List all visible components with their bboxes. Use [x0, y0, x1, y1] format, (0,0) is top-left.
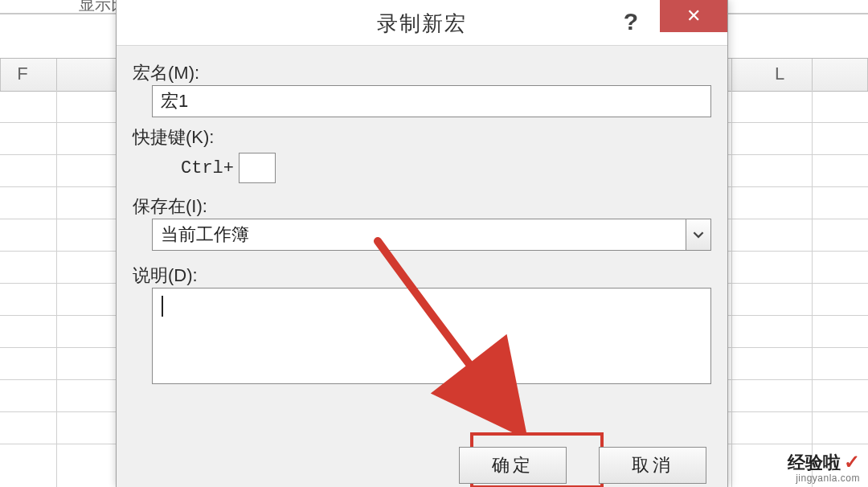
shortcut-input[interactable] [239, 153, 276, 183]
shortcut-row: Ctrl+ [181, 153, 711, 183]
close-button[interactable]: ✕ [660, 0, 727, 32]
watermark-text: 经验啦 [788, 452, 841, 473]
column-header-F[interactable]: F [0, 63, 55, 84]
chevron-down-icon[interactable] [686, 219, 711, 251]
store-in-value: 当前工作簿 [152, 219, 711, 251]
dialog-body: 宏名(M): 快捷键(K): Ctrl+ 保存在(I): 当前工作簿 说明(D)… [133, 56, 711, 487]
record-macro-dialog: 录制新宏 ? ✕ 宏名(M): 快捷键(K): Ctrl+ 保存在(I): 当前… [116, 0, 728, 487]
watermark: 经验啦 ✓ jingyanla.com [788, 452, 860, 484]
close-icon: ✕ [686, 6, 701, 27]
text-caret [162, 296, 163, 317]
description-textarea[interactable] [152, 288, 711, 384]
macro-name-input[interactable] [152, 85, 711, 117]
description-label: 说明(D): [133, 264, 711, 288]
help-button[interactable]: ? [615, 8, 647, 35]
column-header-L[interactable]: L [747, 63, 812, 84]
shortcut-label: 快捷键(K): [133, 125, 711, 149]
store-in-label: 保存在(I): [133, 194, 711, 219]
check-icon: ✓ [844, 451, 860, 473]
cancel-button[interactable]: 取消 [599, 447, 706, 484]
ok-button[interactable]: 确定 [459, 447, 567, 484]
watermark-url: jingyanla.com [788, 473, 860, 484]
macro-name-label: 宏名(M): [133, 61, 711, 85]
dialog-button-row: 确定 取消 [459, 447, 706, 484]
dialog-titlebar[interactable]: 录制新宏 ? ✕ [117, 0, 727, 46]
shortcut-prefix: Ctrl+ [181, 158, 234, 178]
store-in-select[interactable]: 当前工作簿 [152, 219, 711, 251]
